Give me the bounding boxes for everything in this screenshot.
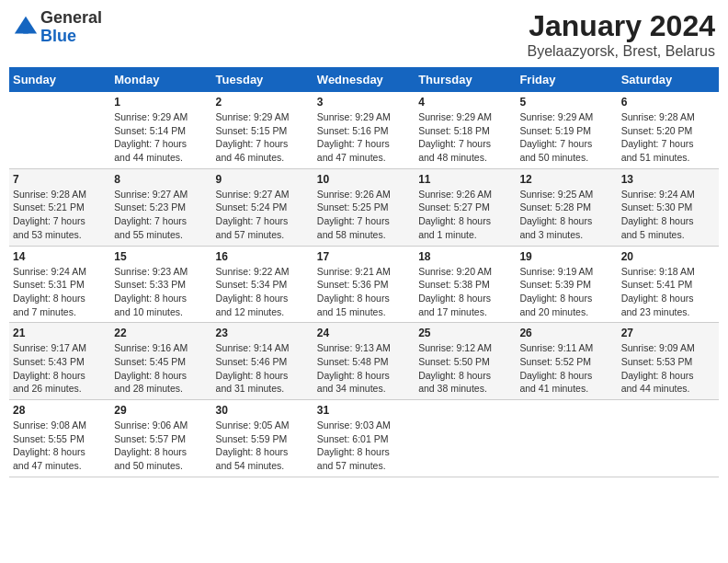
- day-info: Sunrise: 9:21 AMSunset: 5:36 PMDaylight:…: [317, 265, 411, 319]
- day-cell: 30Sunrise: 9:05 AMSunset: 5:59 PMDayligh…: [212, 400, 313, 477]
- logo-blue: Blue: [40, 28, 102, 46]
- day-info: Sunrise: 9:29 AMSunset: 5:16 PMDaylight:…: [317, 110, 411, 165]
- header-cell-tuesday: Tuesday: [212, 67, 313, 92]
- day-info: Sunrise: 9:09 AMSunset: 5:53 PMDaylight:…: [621, 341, 715, 396]
- day-cell: 28Sunrise: 9:08 AMSunset: 5:55 PMDayligh…: [9, 400, 110, 477]
- day-cell: 31Sunrise: 9:03 AMSunset: 6:01 PMDayligh…: [313, 400, 415, 477]
- day-info: Sunrise: 9:24 AMSunset: 5:30 PMDaylight:…: [621, 188, 715, 242]
- day-number: 11: [418, 173, 512, 186]
- day-info: Sunrise: 9:25 AMSunset: 5:28 PMDaylight:…: [519, 188, 613, 242]
- day-cell: 11Sunrise: 9:26 AMSunset: 5:27 PMDayligh…: [415, 168, 516, 246]
- day-number: 3: [317, 96, 411, 109]
- day-cell: 17Sunrise: 9:21 AMSunset: 5:36 PMDayligh…: [313, 246, 415, 323]
- day-cell: 1Sunrise: 9:29 AMSunset: 5:14 PMDaylight…: [110, 92, 211, 168]
- day-info: Sunrise: 9:03 AMSunset: 6:01 PMDaylight:…: [317, 419, 411, 473]
- day-info: Sunrise: 9:26 AMSunset: 5:27 PMDaylight:…: [418, 188, 512, 242]
- day-cell: [9, 92, 110, 168]
- day-number: 15: [114, 250, 208, 263]
- day-info: Sunrise: 9:29 AMSunset: 5:18 PMDaylight:…: [418, 110, 512, 165]
- day-info: Sunrise: 9:24 AMSunset: 5:31 PMDaylight:…: [13, 265, 107, 319]
- day-cell: 7Sunrise: 9:28 AMSunset: 5:21 PMDaylight…: [9, 168, 110, 246]
- day-number: 17: [317, 250, 411, 263]
- week-row-4: 21Sunrise: 9:17 AMSunset: 5:43 PMDayligh…: [9, 323, 719, 400]
- day-info: Sunrise: 9:08 AMSunset: 5:55 PMDaylight:…: [13, 419, 107, 473]
- day-number: 20: [621, 250, 715, 263]
- day-cell: 13Sunrise: 9:24 AMSunset: 5:30 PMDayligh…: [618, 168, 719, 246]
- day-number: 23: [216, 327, 310, 339]
- day-number: 1: [114, 96, 208, 109]
- day-number: 14: [13, 250, 107, 263]
- day-cell: 21Sunrise: 9:17 AMSunset: 5:43 PMDayligh…: [9, 323, 110, 400]
- logo-icon: [13, 15, 39, 40]
- day-cell: 24Sunrise: 9:13 AMSunset: 5:48 PMDayligh…: [313, 323, 415, 400]
- logo: General Blue: [13, 9, 102, 46]
- day-cell: 8Sunrise: 9:27 AMSunset: 5:23 PMDaylight…: [110, 168, 211, 246]
- day-number: 29: [114, 404, 208, 417]
- day-number: 31: [317, 404, 411, 417]
- week-row-2: 7Sunrise: 9:28 AMSunset: 5:21 PMDaylight…: [9, 168, 719, 246]
- day-cell: 9Sunrise: 9:27 AMSunset: 5:24 PMDaylight…: [212, 168, 313, 246]
- day-cell: 12Sunrise: 9:25 AMSunset: 5:28 PMDayligh…: [516, 168, 617, 246]
- header-cell-saturday: Saturday: [618, 67, 719, 92]
- day-info: Sunrise: 9:27 AMSunset: 5:24 PMDaylight:…: [216, 188, 310, 242]
- day-info: Sunrise: 9:06 AMSunset: 5:57 PMDaylight:…: [114, 419, 208, 473]
- day-info: Sunrise: 9:29 AMSunset: 5:14 PMDaylight:…: [114, 110, 208, 165]
- week-row-3: 14Sunrise: 9:24 AMSunset: 5:31 PMDayligh…: [9, 246, 719, 323]
- day-cell: [618, 400, 719, 477]
- day-number: 18: [418, 250, 512, 263]
- header-cell-monday: Monday: [110, 67, 211, 92]
- day-info: Sunrise: 9:16 AMSunset: 5:45 PMDaylight:…: [114, 341, 208, 396]
- day-info: Sunrise: 9:27 AMSunset: 5:23 PMDaylight:…: [114, 188, 208, 242]
- day-info: Sunrise: 9:14 AMSunset: 5:46 PMDaylight:…: [216, 341, 310, 396]
- day-info: Sunrise: 9:17 AMSunset: 5:43 PMDaylight:…: [13, 341, 107, 396]
- svg-rect-1: [23, 27, 28, 33]
- day-number: 7: [13, 173, 107, 186]
- week-row-5: 28Sunrise: 9:08 AMSunset: 5:55 PMDayligh…: [9, 400, 719, 477]
- day-cell: 22Sunrise: 9:16 AMSunset: 5:45 PMDayligh…: [110, 323, 211, 400]
- day-number: 13: [621, 173, 715, 186]
- day-info: Sunrise: 9:13 AMSunset: 5:48 PMDaylight:…: [317, 341, 411, 396]
- day-info: Sunrise: 9:18 AMSunset: 5:41 PMDaylight:…: [621, 265, 715, 319]
- day-info: Sunrise: 9:28 AMSunset: 5:20 PMDaylight:…: [621, 110, 715, 165]
- day-number: 16: [216, 250, 310, 263]
- header-row: SundayMondayTuesdayWednesdayThursdayFrid…: [9, 67, 719, 92]
- day-number: 6: [621, 96, 715, 109]
- day-cell: 29Sunrise: 9:06 AMSunset: 5:57 PMDayligh…: [110, 400, 211, 477]
- day-info: Sunrise: 9:05 AMSunset: 5:59 PMDaylight:…: [216, 419, 310, 473]
- day-cell: 27Sunrise: 9:09 AMSunset: 5:53 PMDayligh…: [618, 323, 719, 400]
- day-number: 24: [317, 327, 411, 339]
- day-number: 10: [317, 173, 411, 186]
- day-number: 5: [519, 96, 613, 109]
- header-cell-thursday: Thursday: [415, 67, 516, 92]
- day-cell: 20Sunrise: 9:18 AMSunset: 5:41 PMDayligh…: [618, 246, 719, 323]
- day-number: 2: [216, 96, 310, 109]
- day-cell: 5Sunrise: 9:29 AMSunset: 5:19 PMDaylight…: [516, 92, 617, 168]
- day-number: 22: [114, 327, 208, 339]
- day-number: 30: [216, 404, 310, 417]
- day-number: 27: [621, 327, 715, 339]
- day-info: Sunrise: 9:23 AMSunset: 5:33 PMDaylight:…: [114, 265, 208, 319]
- day-cell: 3Sunrise: 9:29 AMSunset: 5:16 PMDaylight…: [313, 92, 415, 168]
- day-number: 25: [418, 327, 512, 339]
- day-cell: 6Sunrise: 9:28 AMSunset: 5:20 PMDaylight…: [618, 92, 719, 168]
- day-cell: 14Sunrise: 9:24 AMSunset: 5:31 PMDayligh…: [9, 246, 110, 323]
- day-info: Sunrise: 9:20 AMSunset: 5:38 PMDaylight:…: [418, 265, 512, 319]
- day-cell: [415, 400, 516, 477]
- day-cell: 4Sunrise: 9:29 AMSunset: 5:18 PMDaylight…: [415, 92, 516, 168]
- day-cell: [516, 400, 617, 477]
- calendar-subtitle: Byelaazyorsk, Brest, Belarus: [527, 43, 715, 60]
- calendar-body: 1Sunrise: 9:29 AMSunset: 5:14 PMDaylight…: [9, 92, 719, 477]
- day-info: Sunrise: 9:11 AMSunset: 5:52 PMDaylight:…: [519, 341, 613, 396]
- day-number: 4: [418, 96, 512, 109]
- calendar-header: SundayMondayTuesdayWednesdayThursdayFrid…: [9, 67, 719, 92]
- day-cell: 10Sunrise: 9:26 AMSunset: 5:25 PMDayligh…: [313, 168, 415, 246]
- day-number: 21: [13, 327, 107, 339]
- header-cell-wednesday: Wednesday: [313, 67, 415, 92]
- day-cell: 19Sunrise: 9:19 AMSunset: 5:39 PMDayligh…: [516, 246, 617, 323]
- logo-general: General: [40, 9, 102, 28]
- header-cell-friday: Friday: [516, 67, 617, 92]
- day-info: Sunrise: 9:28 AMSunset: 5:21 PMDaylight:…: [13, 188, 107, 242]
- title-block: January 2024 Byelaazyorsk, Brest, Belaru…: [527, 9, 715, 60]
- day-number: 9: [216, 173, 310, 186]
- day-cell: 15Sunrise: 9:23 AMSunset: 5:33 PMDayligh…: [110, 246, 211, 323]
